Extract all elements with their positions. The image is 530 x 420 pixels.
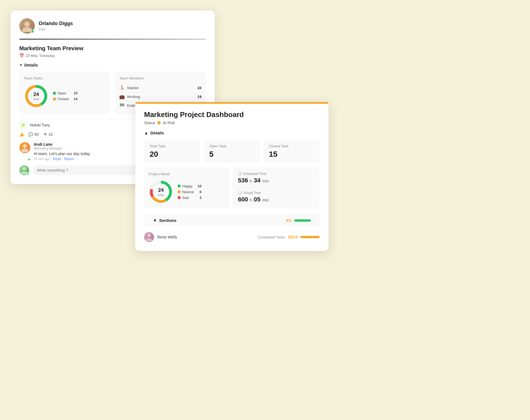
project-title: Marketing Project Dashboard [144, 110, 320, 119]
footer-right: Completed Tasks 20/15 [258, 235, 320, 239]
act-hours-unit: h [250, 198, 252, 202]
legend-sad: Sad 3 [178, 196, 202, 200]
sections-toggle[interactable]: ▼ Sections [153, 218, 176, 223]
act-mins-unit: min [262, 198, 269, 202]
estimated-time-entry: 🕐 Estimated Time 536 h 34 min [238, 172, 314, 184]
sad-count: 3 [196, 196, 202, 200]
online-indicator [31, 30, 34, 33]
reply-button[interactable]: Reply [53, 157, 61, 161]
lightning-icon: ⚡ [20, 123, 26, 128]
mood-total: 24 [158, 187, 164, 193]
est-hours-unit: h [250, 179, 252, 183]
calendar-icon: 📅 [19, 53, 24, 58]
actual-time-value: 600 h 05 min [238, 196, 314, 203]
mood-total-label: total [158, 193, 164, 196]
eye-icon: 👁 [43, 132, 47, 137]
report-button[interactable]: Report [64, 157, 74, 161]
footer-avatar [144, 232, 154, 242]
ended-icon: 🏁 [119, 103, 125, 108]
est-mins: 34 [254, 177, 260, 184]
started-icon: 🏃 [119, 85, 125, 91]
open-task-value: 5 [209, 150, 255, 159]
total-task-value: 20 [150, 150, 195, 159]
legend-open-label: Open [57, 91, 66, 95]
views-count: 16 [49, 132, 53, 137]
neutral-label: Neutral [182, 190, 194, 194]
comment-content: Andi Lane Marketing Manager Hi team, Let… [34, 142, 90, 161]
closed-task-box: Closed Task 15 [263, 140, 320, 163]
sad-label: Sad [182, 196, 189, 200]
mood-legend: Happy 10 Neutral 6 Sad 3 [178, 184, 202, 200]
details-toggle[interactable]: ▼ Details [19, 63, 206, 67]
est-mins-unit: min [262, 179, 269, 183]
estimated-time-value: 536 h 34 min [238, 177, 314, 184]
act-hours: 600 [238, 196, 248, 203]
likes-reaction[interactable]: 👍 [19, 132, 24, 137]
right-card: Marketing Project Dashboard Status At Ri… [135, 102, 328, 251]
time-divider [238, 187, 314, 188]
team-tasks-title: Team Tasks [24, 76, 106, 80]
team-tasks-donut: 24 total [24, 84, 49, 108]
mood-donut: 24 total [149, 179, 173, 204]
post-date-text: 23 May, Tueasday [26, 54, 55, 58]
team-members-title: Team Members [119, 76, 202, 80]
mood-box: Project Mood [144, 168, 229, 209]
team-tasks-total-label: total [33, 97, 39, 101]
mood-donut-wrap: 24 total Happy 10 [149, 179, 225, 204]
status-value: At Risk [163, 121, 175, 125]
total-task-box: Total Task 20 [144, 140, 200, 163]
right-card-inner: Marketing Project Dashboard Status At Ri… [135, 104, 328, 209]
completed-tasks-bar [300, 236, 320, 238]
comment-icon: 💬 [28, 132, 33, 137]
user-name: Orlando Diggs [39, 21, 73, 26]
open-task-label: Open Task [209, 144, 255, 148]
happy-count: 10 [194, 184, 202, 188]
commenter-name: Andi Lane [34, 142, 90, 147]
comment-time: 24 min ago [34, 157, 50, 161]
footer-user-name: Rene Wells [157, 235, 177, 239]
comment-text: Hi team, Let's plan our day today [34, 151, 90, 156]
footer-row: Rene Wells Completed Tasks 20/15 [135, 232, 328, 242]
status-row: Status At Risk [144, 121, 320, 125]
legend-closed: Closed 14 [53, 97, 78, 101]
clock-icon-2: 🕐 [238, 191, 242, 195]
status-dot [157, 121, 161, 124]
avatar-wrap [19, 18, 35, 34]
sections-count: 6/3 [286, 218, 292, 223]
lower-row: Project Mood [144, 168, 320, 209]
team-tasks-card: Team Tasks 24 total [19, 72, 110, 114]
closed-task-value: 15 [269, 150, 314, 159]
legend-open: Open 10 [53, 91, 78, 95]
estimated-time-text: Estimated Time [243, 172, 266, 176]
user-role: Ceo [39, 27, 73, 31]
time-box: 🕐 Estimated Time 536 h 34 min [232, 168, 320, 209]
legend-open-dot [53, 92, 56, 95]
legend-closed-label: Closed [57, 97, 68, 101]
member-working-label: Working [127, 95, 198, 99]
status-label: Status [144, 121, 155, 125]
member-working-count: 19 [198, 95, 202, 99]
working-icon: 💼 [119, 94, 125, 99]
views-reaction: 👁 16 [43, 132, 53, 137]
member-started-count: 22 [198, 86, 202, 90]
legend-closed-count: 14 [70, 97, 77, 101]
neutral-dot [178, 190, 181, 193]
assignee-icon: ⚡ [19, 121, 27, 129]
estimated-time-label: 🕐 Estimated Time [238, 172, 314, 176]
chevron-down-sections-icon: ▼ [153, 218, 157, 223]
details-section: ▲ Details Total Task 20 Open Task 5 Clos… [144, 131, 320, 209]
post-title: Marketing Team Preview [19, 45, 206, 52]
happy-dot [178, 185, 181, 187]
legend-neutral: Neutral 6 [178, 190, 202, 194]
comment-avatar-wrap [19, 142, 30, 161]
thumbs-up-icon: 👍 [19, 132, 24, 137]
open-task-box: Open Task 5 [204, 140, 260, 163]
chevron-up-icon: ▲ [144, 131, 148, 135]
sections-label: Sections [159, 218, 177, 223]
act-mins: 05 [254, 196, 260, 203]
completed-tasks-label: Completed Tasks [258, 235, 285, 239]
comments-reaction[interactable]: 💬 80 [28, 132, 39, 137]
details-header[interactable]: ▲ Details [144, 131, 320, 135]
chevron-down-icon: ▼ [19, 63, 23, 67]
comment-meta: 24 min ago Reply Report [34, 157, 90, 161]
